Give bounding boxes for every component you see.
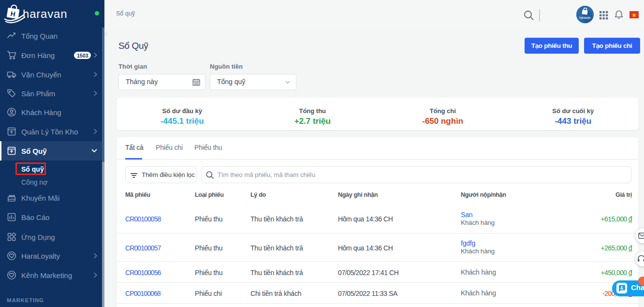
svg-text:haravan: haravan — [579, 16, 591, 19]
